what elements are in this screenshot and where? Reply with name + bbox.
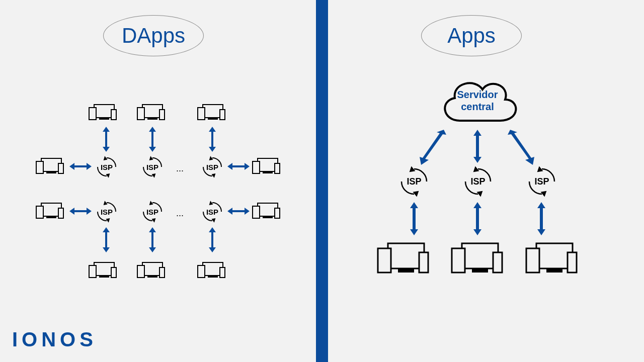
arrow-vertical-icon <box>103 227 110 252</box>
svg-rect-77 <box>419 252 428 273</box>
svg-rect-18 <box>58 163 63 173</box>
svg-rect-59 <box>208 276 218 278</box>
devices-icon <box>88 261 118 281</box>
devices-icon <box>376 241 431 279</box>
svg-marker-63 <box>473 130 481 163</box>
svg-marker-62 <box>420 130 446 165</box>
isp-label: ISP <box>101 208 113 216</box>
devices-icon <box>252 157 282 176</box>
dapps-title-bubble: DApps <box>103 15 204 56</box>
svg-rect-80 <box>452 248 465 273</box>
arrow-horizontal-icon <box>69 163 92 170</box>
svg-marker-13 <box>149 127 156 152</box>
svg-rect-6 <box>137 108 144 120</box>
arrow-vertical-icon <box>537 202 545 235</box>
arrow-horizontal-icon <box>69 208 92 215</box>
svg-rect-60 <box>198 265 205 278</box>
arrow-diag-icon <box>419 130 449 165</box>
svg-marker-42 <box>227 208 250 215</box>
svg-rect-55 <box>147 276 157 278</box>
svg-rect-46 <box>275 208 280 218</box>
svg-rect-11 <box>220 110 225 120</box>
isp-node: ISP <box>96 201 118 223</box>
svg-rect-5 <box>147 118 157 120</box>
devices-icon <box>35 202 65 221</box>
isp-node: ISP <box>141 201 164 223</box>
svg-marker-72 <box>473 202 481 235</box>
svg-rect-45 <box>253 206 260 218</box>
devices-icon <box>252 202 282 221</box>
svg-rect-53 <box>111 267 116 278</box>
svg-rect-44 <box>263 216 273 218</box>
brand-logo: IONOS <box>12 328 97 351</box>
isp-label: ISP <box>534 176 549 187</box>
devices-icon <box>450 241 505 279</box>
svg-marker-73 <box>537 202 545 235</box>
cloud-label: Servidor central <box>457 88 498 113</box>
isp-label: ISP <box>146 163 158 171</box>
apps-title: Apps <box>447 24 496 48</box>
devices-icon <box>197 104 227 123</box>
isp-node: ISP <box>201 201 223 223</box>
svg-rect-83 <box>546 268 562 273</box>
svg-rect-16 <box>46 171 56 173</box>
svg-rect-52 <box>89 265 96 278</box>
vertical-divider <box>316 0 328 362</box>
svg-rect-29 <box>253 161 260 173</box>
svg-marker-49 <box>209 227 216 252</box>
svg-rect-57 <box>159 267 165 278</box>
isp-node: ISP <box>201 156 223 178</box>
dapps-panel: DApps ISP ISP ... ISP ISP ISP ... ISP <box>0 0 316 362</box>
arrow-diag-icon <box>505 130 535 165</box>
arrow-vertical-icon <box>103 127 110 152</box>
svg-rect-28 <box>263 171 273 173</box>
svg-rect-1 <box>99 118 109 120</box>
isp-label: ISP <box>470 176 485 187</box>
svg-marker-64 <box>508 130 534 165</box>
svg-rect-33 <box>36 206 43 218</box>
svg-rect-2 <box>89 108 96 120</box>
isp-label: ISP <box>146 208 158 216</box>
apps-panel: Apps Servidor central ISP ISP ISP <box>328 0 644 362</box>
isp-node: ISP <box>526 166 557 197</box>
svg-rect-34 <box>58 208 63 218</box>
svg-rect-7 <box>159 110 165 120</box>
svg-marker-48 <box>149 227 156 252</box>
ellipsis: ... <box>176 163 184 174</box>
arrow-vertical-icon <box>473 202 481 235</box>
svg-marker-35 <box>69 208 92 215</box>
svg-rect-9 <box>208 118 218 120</box>
svg-rect-84 <box>526 248 539 273</box>
arrow-vertical-icon <box>209 127 216 152</box>
devices-icon <box>197 261 227 281</box>
svg-rect-30 <box>275 163 280 173</box>
isp-node: ISP <box>462 166 494 197</box>
dapps-title: DApps <box>122 24 185 48</box>
svg-marker-47 <box>103 227 110 252</box>
cloud-server: Servidor central <box>435 70 520 131</box>
svg-rect-61 <box>220 267 225 278</box>
svg-marker-19 <box>69 163 92 170</box>
apps-title-bubble: Apps <box>421 15 522 56</box>
isp-label: ISP <box>101 163 113 171</box>
svg-rect-10 <box>198 108 205 120</box>
svg-rect-51 <box>99 276 109 278</box>
arrow-vertical-icon <box>209 227 216 252</box>
arrow-vertical-icon <box>149 127 156 152</box>
svg-rect-3 <box>111 110 116 120</box>
svg-rect-79 <box>472 268 488 273</box>
arrow-vertical-icon <box>410 202 418 235</box>
isp-node: ISP <box>141 156 164 178</box>
isp-label: ISP <box>407 176 421 187</box>
svg-rect-17 <box>36 161 43 173</box>
svg-rect-81 <box>493 252 502 273</box>
devices-icon <box>35 157 65 176</box>
devices-icon <box>88 104 118 123</box>
isp-node: ISP <box>398 166 430 197</box>
svg-rect-75 <box>398 268 414 273</box>
svg-rect-76 <box>378 248 391 273</box>
isp-label: ISP <box>206 208 218 216</box>
svg-marker-26 <box>227 163 250 170</box>
isp-label: ISP <box>206 163 218 171</box>
svg-rect-85 <box>568 252 577 273</box>
